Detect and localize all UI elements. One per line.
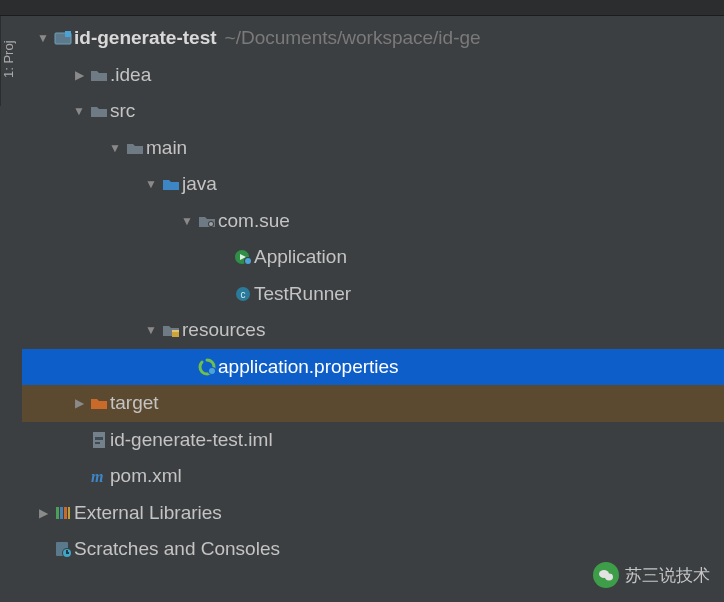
resources-folder-icon bbox=[160, 323, 182, 337]
folder-icon bbox=[88, 104, 110, 118]
node-label: Application bbox=[254, 246, 347, 268]
tree-row-pom[interactable]: ▼ m pom.xml bbox=[22, 458, 724, 495]
tree-row-testrunner[interactable]: ▼ c TestRunner bbox=[22, 276, 724, 313]
node-label: Scratches and Consoles bbox=[74, 538, 280, 560]
tree-row-main[interactable]: ▼ main bbox=[22, 130, 724, 167]
chevron-down-icon[interactable]: ▼ bbox=[70, 104, 88, 118]
svg-rect-19 bbox=[56, 507, 59, 519]
node-label: com.sue bbox=[218, 210, 290, 232]
module-icon bbox=[52, 30, 74, 46]
node-label: main bbox=[146, 137, 187, 159]
libraries-icon bbox=[52, 505, 74, 521]
svg-rect-21 bbox=[64, 507, 67, 519]
project-tool-tab[interactable]: 1: Proj bbox=[0, 16, 22, 106]
chevron-right-icon[interactable]: ▶ bbox=[70, 396, 88, 410]
spring-run-config-icon bbox=[232, 248, 254, 266]
node-label: TestRunner bbox=[254, 283, 351, 305]
tree-row-root[interactable]: ▼ id-generate-test ~/Documents/workspace… bbox=[22, 20, 724, 57]
tree-row-resources[interactable]: ▼ resources bbox=[22, 312, 724, 349]
maven-icon: m bbox=[88, 467, 110, 485]
svg-text:m: m bbox=[91, 468, 103, 485]
top-bar bbox=[0, 0, 724, 16]
node-label: target bbox=[110, 392, 159, 414]
spring-config-icon bbox=[196, 358, 218, 376]
svg-point-14 bbox=[209, 368, 215, 374]
chevron-right-icon[interactable]: ▶ bbox=[34, 506, 52, 520]
chevron-down-icon[interactable]: ▼ bbox=[34, 31, 52, 45]
node-label: src bbox=[110, 100, 135, 122]
svg-rect-27 bbox=[66, 552, 69, 554]
node-label: resources bbox=[182, 319, 265, 341]
watermark: 苏三说技术 bbox=[593, 562, 710, 588]
tree-row-application-properties[interactable]: ▼ application.properties bbox=[22, 349, 724, 386]
wechat-icon bbox=[593, 562, 619, 588]
node-label: application.properties bbox=[218, 356, 399, 378]
svg-point-8 bbox=[245, 258, 251, 264]
chevron-down-icon[interactable]: ▼ bbox=[142, 323, 160, 337]
node-label: pom.xml bbox=[110, 465, 182, 487]
folder-icon bbox=[124, 141, 146, 155]
tree-row-target[interactable]: ▶ target bbox=[22, 385, 724, 422]
svg-rect-12 bbox=[172, 330, 179, 332]
svg-rect-17 bbox=[95, 442, 100, 444]
source-folder-icon bbox=[160, 177, 182, 191]
folder-icon bbox=[88, 68, 110, 82]
scratch-icon bbox=[52, 540, 74, 558]
tree-row-external-libraries[interactable]: ▶ External Libraries bbox=[22, 495, 724, 532]
svg-rect-20 bbox=[60, 507, 63, 519]
chevron-down-icon[interactable]: ▼ bbox=[142, 177, 160, 191]
watermark-text: 苏三说技术 bbox=[625, 564, 710, 587]
node-label: java bbox=[182, 173, 217, 195]
svg-point-29 bbox=[605, 574, 613, 581]
svg-point-4 bbox=[209, 222, 213, 226]
node-label: .idea bbox=[110, 64, 151, 86]
chevron-down-icon[interactable]: ▼ bbox=[106, 141, 124, 155]
tree-row-application[interactable]: ▼ Application bbox=[22, 239, 724, 276]
node-label: id-generate-test.iml bbox=[110, 429, 273, 451]
node-label: External Libraries bbox=[74, 502, 222, 524]
tree-row-iml[interactable]: ▼ id-generate-test.iml bbox=[22, 422, 724, 459]
package-icon bbox=[196, 214, 218, 228]
class-icon: c bbox=[232, 285, 254, 303]
svg-rect-22 bbox=[68, 507, 70, 519]
svg-text:c: c bbox=[241, 289, 246, 300]
svg-rect-16 bbox=[95, 437, 103, 440]
module-file-icon bbox=[88, 431, 110, 449]
project-path-label: ~/Documents/workspace/id-ge bbox=[225, 27, 481, 49]
project-tree[interactable]: ▼ id-generate-test ~/Documents/workspace… bbox=[22, 20, 724, 602]
chevron-right-icon[interactable]: ▶ bbox=[70, 68, 88, 82]
chevron-down-icon[interactable]: ▼ bbox=[178, 214, 196, 228]
tree-row-idea[interactable]: ▶ .idea bbox=[22, 57, 724, 94]
tree-row-package[interactable]: ▼ com.sue bbox=[22, 203, 724, 240]
tree-row-src[interactable]: ▼ src bbox=[22, 93, 724, 130]
project-name-label: id-generate-test bbox=[74, 27, 217, 49]
excluded-folder-icon bbox=[88, 396, 110, 410]
svg-rect-2 bbox=[65, 31, 71, 37]
tree-row-java[interactable]: ▼ java bbox=[22, 166, 724, 203]
